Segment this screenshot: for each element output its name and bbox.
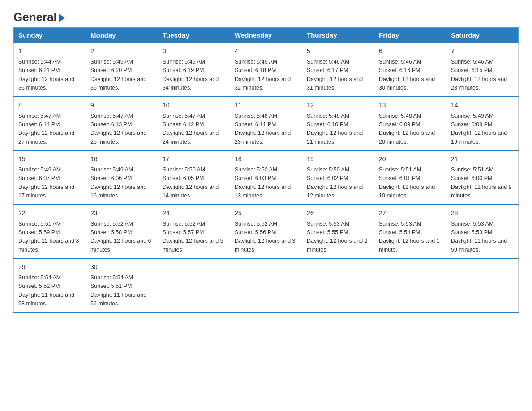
day-number: 20 xyxy=(379,154,442,164)
day-info: Sunrise: 5:51 AM Sunset: 5:59 PM Dayligh… xyxy=(18,220,81,255)
calendar-cell xyxy=(230,258,302,313)
day-info: Sunrise: 5:51 AM Sunset: 6:01 PM Dayligh… xyxy=(379,166,442,201)
weekday-header-row: SundayMondayTuesdayWednesdayThursdayFrid… xyxy=(14,28,519,43)
calendar-cell: 6 Sunrise: 5:46 AM Sunset: 6:16 PM Dayli… xyxy=(374,43,446,97)
day-number: 2 xyxy=(90,47,153,56)
day-info: Sunrise: 5:54 AM Sunset: 5:52 PM Dayligh… xyxy=(18,274,81,308)
day-info: Sunrise: 5:49 AM Sunset: 6:07 PM Dayligh… xyxy=(18,166,81,201)
day-info: Sunrise: 5:50 AM Sunset: 6:03 PM Dayligh… xyxy=(235,166,297,201)
week-row-3: 15 Sunrise: 5:49 AM Sunset: 6:07 PM Dayl… xyxy=(14,150,519,205)
weekday-header-sunday: Sunday xyxy=(14,28,86,43)
day-number: 14 xyxy=(451,101,514,110)
calendar-cell: 19 Sunrise: 5:50 AM Sunset: 6:02 PM Dayl… xyxy=(302,150,374,205)
calendar-cell: 18 Sunrise: 5:50 AM Sunset: 6:03 PM Dayl… xyxy=(230,150,302,205)
day-number: 19 xyxy=(307,154,369,164)
calendar-cell: 17 Sunrise: 5:50 AM Sunset: 6:05 PM Dayl… xyxy=(158,150,230,205)
calendar-cell: 13 Sunrise: 5:48 AM Sunset: 6:09 PM Dayl… xyxy=(374,97,446,151)
day-number: 15 xyxy=(18,154,81,164)
day-info: Sunrise: 5:46 AM Sunset: 6:15 PM Dayligh… xyxy=(451,58,514,93)
calendar-cell xyxy=(374,258,446,313)
day-number: 27 xyxy=(379,209,442,218)
day-info: Sunrise: 5:52 AM Sunset: 5:56 PM Dayligh… xyxy=(235,220,297,255)
day-info: Sunrise: 5:49 AM Sunset: 6:06 PM Dayligh… xyxy=(90,166,153,201)
calendar-cell: 27 Sunrise: 5:53 AM Sunset: 5:54 PM Dayl… xyxy=(374,205,446,259)
week-row-5: 29 Sunrise: 5:54 AM Sunset: 5:52 PM Dayl… xyxy=(14,258,519,313)
day-number: 13 xyxy=(379,101,442,110)
day-info: Sunrise: 5:47 AM Sunset: 6:14 PM Dayligh… xyxy=(18,112,81,147)
calendar-cell: 7 Sunrise: 5:46 AM Sunset: 6:15 PM Dayli… xyxy=(446,43,519,97)
day-info: Sunrise: 5:52 AM Sunset: 5:58 PM Dayligh… xyxy=(90,220,153,255)
day-info: Sunrise: 5:51 AM Sunset: 6:00 PM Dayligh… xyxy=(451,166,514,201)
day-number: 12 xyxy=(307,101,369,110)
calendar-cell: 12 Sunrise: 5:48 AM Sunset: 6:10 PM Dayl… xyxy=(302,97,374,151)
calendar-cell: 4 Sunrise: 5:45 AM Sunset: 6:18 PM Dayli… xyxy=(230,43,302,97)
day-number: 5 xyxy=(307,47,369,56)
day-info: Sunrise: 5:54 AM Sunset: 5:51 PM Dayligh… xyxy=(90,274,153,308)
day-number: 30 xyxy=(90,262,153,272)
calendar-cell: 24 Sunrise: 5:52 AM Sunset: 5:57 PM Dayl… xyxy=(158,205,230,259)
day-number: 25 xyxy=(235,209,297,218)
week-row-2: 8 Sunrise: 5:47 AM Sunset: 6:14 PM Dayli… xyxy=(14,97,519,151)
day-number: 3 xyxy=(163,47,225,56)
day-info: Sunrise: 5:49 AM Sunset: 6:08 PM Dayligh… xyxy=(451,112,514,147)
day-number: 8 xyxy=(18,101,81,110)
day-number: 9 xyxy=(90,101,153,110)
calendar-cell: 29 Sunrise: 5:54 AM Sunset: 5:52 PM Dayl… xyxy=(14,258,86,313)
day-number: 17 xyxy=(163,154,225,164)
day-number: 1 xyxy=(18,47,81,56)
calendar-cell: 26 Sunrise: 5:53 AM Sunset: 5:55 PM Dayl… xyxy=(302,205,374,259)
calendar-cell: 20 Sunrise: 5:51 AM Sunset: 6:01 PM Dayl… xyxy=(374,150,446,205)
calendar-cell: 3 Sunrise: 5:45 AM Sunset: 6:19 PM Dayli… xyxy=(158,43,230,97)
calendar-cell: 16 Sunrise: 5:49 AM Sunset: 6:06 PM Dayl… xyxy=(86,150,158,205)
weekday-header-monday: Monday xyxy=(86,28,158,43)
logo-general-text: General xyxy=(13,11,65,23)
weekday-header-tuesday: Tuesday xyxy=(158,28,230,43)
calendar-cell: 15 Sunrise: 5:49 AM Sunset: 6:07 PM Dayl… xyxy=(14,150,86,205)
calendar-cell xyxy=(446,258,519,313)
day-number: 29 xyxy=(18,262,81,272)
day-info: Sunrise: 5:44 AM Sunset: 6:21 PM Dayligh… xyxy=(18,58,81,93)
calendar-cell: 8 Sunrise: 5:47 AM Sunset: 6:14 PM Dayli… xyxy=(14,97,86,151)
day-number: 4 xyxy=(235,47,297,56)
calendar-cell xyxy=(302,258,374,313)
logo: General xyxy=(13,9,65,23)
calendar-cell: 2 Sunrise: 5:45 AM Sunset: 6:20 PM Dayli… xyxy=(86,43,158,97)
day-info: Sunrise: 5:50 AM Sunset: 6:05 PM Dayligh… xyxy=(163,166,225,201)
day-number: 21 xyxy=(451,154,514,164)
day-info: Sunrise: 5:48 AM Sunset: 6:11 PM Dayligh… xyxy=(235,112,297,147)
day-info: Sunrise: 5:48 AM Sunset: 6:09 PM Dayligh… xyxy=(379,112,442,147)
weekday-header-wednesday: Wednesday xyxy=(230,28,302,43)
weekday-header-saturday: Saturday xyxy=(446,28,519,43)
day-info: Sunrise: 5:52 AM Sunset: 5:57 PM Dayligh… xyxy=(163,220,225,255)
day-info: Sunrise: 5:47 AM Sunset: 6:13 PM Dayligh… xyxy=(90,112,153,147)
calendar-cell: 14 Sunrise: 5:49 AM Sunset: 6:08 PM Dayl… xyxy=(446,97,519,151)
day-number: 23 xyxy=(90,209,153,218)
calendar-cell: 11 Sunrise: 5:48 AM Sunset: 6:11 PM Dayl… xyxy=(230,97,302,151)
calendar-cell: 5 Sunrise: 5:46 AM Sunset: 6:17 PM Dayli… xyxy=(302,43,374,97)
day-info: Sunrise: 5:47 AM Sunset: 6:12 PM Dayligh… xyxy=(163,112,225,147)
page-header: General xyxy=(13,9,519,23)
week-row-1: 1 Sunrise: 5:44 AM Sunset: 6:21 PM Dayli… xyxy=(14,43,519,97)
day-number: 18 xyxy=(235,154,297,164)
day-info: Sunrise: 5:53 AM Sunset: 5:55 PM Dayligh… xyxy=(307,220,369,255)
day-info: Sunrise: 5:45 AM Sunset: 6:19 PM Dayligh… xyxy=(163,58,225,93)
day-info: Sunrise: 5:45 AM Sunset: 6:20 PM Dayligh… xyxy=(90,58,153,93)
weekday-header-thursday: Thursday xyxy=(302,28,374,43)
day-number: 6 xyxy=(379,47,442,56)
calendar-cell: 25 Sunrise: 5:52 AM Sunset: 5:56 PM Dayl… xyxy=(230,205,302,259)
day-number: 10 xyxy=(163,101,225,110)
day-info: Sunrise: 5:45 AM Sunset: 6:18 PM Dayligh… xyxy=(235,58,297,93)
day-info: Sunrise: 5:50 AM Sunset: 6:02 PM Dayligh… xyxy=(307,166,369,201)
calendar-cell: 10 Sunrise: 5:47 AM Sunset: 6:12 PM Dayl… xyxy=(158,97,230,151)
calendar-cell: 23 Sunrise: 5:52 AM Sunset: 5:58 PM Dayl… xyxy=(86,205,158,259)
calendar-table: SundayMondayTuesdayWednesdayThursdayFrid… xyxy=(13,27,519,313)
day-number: 11 xyxy=(235,101,297,110)
calendar-cell: 9 Sunrise: 5:47 AM Sunset: 6:13 PM Dayli… xyxy=(86,97,158,151)
day-info: Sunrise: 5:48 AM Sunset: 6:10 PM Dayligh… xyxy=(307,112,369,147)
week-row-4: 22 Sunrise: 5:51 AM Sunset: 5:59 PM Dayl… xyxy=(14,205,519,259)
calendar-cell: 21 Sunrise: 5:51 AM Sunset: 6:00 PM Dayl… xyxy=(446,150,519,205)
day-info: Sunrise: 5:46 AM Sunset: 6:16 PM Dayligh… xyxy=(379,58,442,93)
calendar-cell: 28 Sunrise: 5:53 AM Sunset: 5:53 PM Dayl… xyxy=(446,205,519,259)
day-number: 28 xyxy=(451,209,514,218)
day-number: 16 xyxy=(90,154,153,164)
